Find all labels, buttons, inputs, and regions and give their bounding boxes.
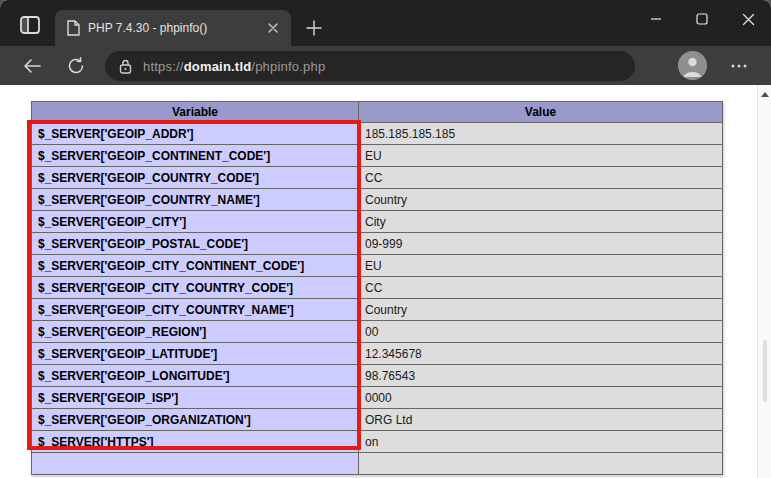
url-path: /phpinfo.php: [251, 59, 325, 74]
table-row: $_SERVER['GEOIP_LATITUDE'] 12.345678: [32, 343, 723, 365]
value-cell: 98.76543: [359, 365, 723, 387]
scrollbar-thumb[interactable]: [763, 340, 767, 402]
browser-window: PHP 7.4.30 - phpinfo(): [0, 0, 771, 478]
variable-cell: $_SERVER['GEOIP_LATITUDE']: [32, 343, 359, 365]
variable-cell: $_SERVER['GEOIP_ADDR']: [32, 123, 359, 145]
page-content: Variable Value $_SERVER['GEOIP_ADDR'] 18…: [0, 85, 771, 478]
table-row: $_SERVER['GEOIP_CONTINENT_CODE'] EU: [32, 145, 723, 167]
table-row: $_SERVER['GEOIP_COUNTRY_CODE'] CC: [32, 167, 723, 189]
scroll-up-arrow[interactable]: [760, 89, 770, 99]
close-button[interactable]: [725, 0, 771, 38]
maximize-button[interactable]: [679, 0, 725, 38]
tab-title: PHP 7.4.30 - phpinfo(): [88, 21, 255, 35]
table-row: $_SERVER['GEOIP_POSTAL_CODE'] 09-999: [32, 233, 723, 255]
table-row: $_SERVER['GEOIP_REGION'] 00: [32, 321, 723, 343]
variable-cell: $_SERVER['GEOIP_POSTAL_CODE']: [32, 233, 359, 255]
value-cell: 0000: [359, 387, 723, 409]
table-header-row: Variable Value: [32, 102, 723, 123]
table-row: $_SERVER['GEOIP_CITY_COUNTRY_CODE'] CC: [32, 277, 723, 299]
variable-cell: $_SERVER['GEOIP_COUNTRY_CODE']: [32, 167, 359, 189]
variable-cell: $_SERVER['GEOIP_CITY_CONTINENT_CODE']: [32, 255, 359, 277]
table-row-partial: [32, 453, 723, 475]
variable-cell: $_SERVER['GEOIP_LONGITUDE']: [32, 365, 359, 387]
value-cell: City: [359, 211, 723, 233]
table-row: $_SERVER['GEOIP_ORGANIZATION'] ORG Ltd: [32, 409, 723, 431]
value-cell: 12.345678: [359, 343, 723, 365]
table-row: $_SERVER['GEOIP_ADDR'] 185.185.185.185: [32, 123, 723, 145]
minimize-button[interactable]: [633, 0, 679, 38]
value-cell: 185.185.185.185: [359, 123, 723, 145]
table-row: $_SERVER['GEOIP_CITY_COUNTRY_NAME'] Coun…: [32, 299, 723, 321]
lock-icon[interactable]: [119, 59, 132, 74]
variable-cell: $_SERVER['GEOIP_CONTINENT_CODE']: [32, 145, 359, 167]
value-cell: 00: [359, 321, 723, 343]
window-controls: [633, 0, 771, 40]
value-cell: CC: [359, 277, 723, 299]
vertical-scrollbar[interactable]: [757, 85, 771, 478]
value-cell: 09-999: [359, 233, 723, 255]
url-scheme: https://: [143, 59, 184, 74]
profile-avatar[interactable]: [678, 51, 707, 80]
variable-cell: $_SERVER['HTTPS']: [32, 431, 359, 453]
new-tab-button[interactable]: [300, 14, 328, 42]
browser-tab[interactable]: PHP 7.4.30 - phpinfo(): [55, 10, 291, 46]
value-cell: ORG Ltd: [359, 409, 723, 431]
table-row: $_SERVER['GEOIP_LONGITUDE'] 98.76543: [32, 365, 723, 387]
column-header-variable: Variable: [32, 102, 359, 123]
page-icon: [67, 20, 80, 36]
variable-cell: $_SERVER['GEOIP_COUNTRY_NAME']: [32, 189, 359, 211]
refresh-button[interactable]: [60, 50, 92, 82]
variable-cell: $_SERVER['GEOIP_CITY']: [32, 211, 359, 233]
settings-menu-button[interactable]: [722, 50, 756, 82]
value-cell: EU: [359, 255, 723, 277]
value-cell: CC: [359, 167, 723, 189]
phpinfo-table: Variable Value $_SERVER['GEOIP_ADDR'] 18…: [31, 101, 723, 475]
variable-cell: $_SERVER['GEOIP_REGION']: [32, 321, 359, 343]
tab-bar: PHP 7.4.30 - phpinfo(): [0, 0, 771, 46]
variable-cell: [32, 453, 359, 475]
address-bar[interactable]: https://domain.tld/phpinfo.php: [105, 51, 635, 81]
tab-actions-menu-button[interactable]: [14, 12, 46, 38]
variable-cell: $_SERVER['GEOIP_CITY_COUNTRY_NAME']: [32, 299, 359, 321]
back-button[interactable]: [16, 50, 48, 82]
url-domain: domain.tld: [184, 59, 252, 74]
url-text[interactable]: https://domain.tld/phpinfo.php: [143, 59, 325, 74]
value-cell: on: [359, 431, 723, 453]
column-header-value: Value: [359, 102, 723, 123]
table-row: $_SERVER['GEOIP_CITY_CONTINENT_CODE'] EU: [32, 255, 723, 277]
table-row: $_SERVER['GEOIP_COUNTRY_NAME'] Country: [32, 189, 723, 211]
variable-cell: $_SERVER['GEOIP_ORGANIZATION']: [32, 409, 359, 431]
table-row: $_SERVER['GEOIP_ISP'] 0000: [32, 387, 723, 409]
tab-close-button[interactable]: [263, 18, 283, 38]
table-row: $_SERVER['GEOIP_CITY'] City: [32, 211, 723, 233]
value-cell: [359, 453, 723, 475]
table-row: $_SERVER['HTTPS'] on: [32, 431, 723, 453]
variable-cell: $_SERVER['GEOIP_ISP']: [32, 387, 359, 409]
variable-cell: $_SERVER['GEOIP_CITY_COUNTRY_CODE']: [32, 277, 359, 299]
value-cell: Country: [359, 299, 723, 321]
tab-actions-icon: [20, 16, 40, 34]
browser-toolbar: https://domain.tld/phpinfo.php: [0, 46, 771, 85]
value-cell: EU: [359, 145, 723, 167]
value-cell: Country: [359, 189, 723, 211]
